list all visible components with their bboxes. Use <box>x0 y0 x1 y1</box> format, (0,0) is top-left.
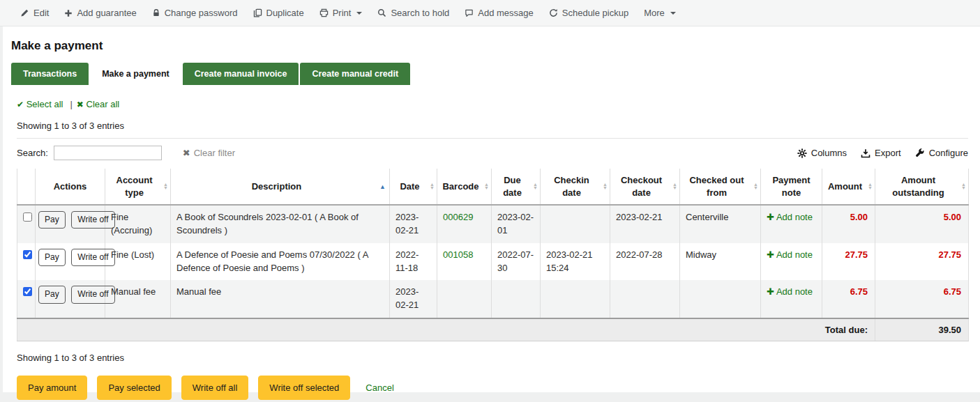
account-tabs: Transactions Make a payment Create manua… <box>11 63 969 85</box>
write-off-button[interactable]: Write off <box>71 211 114 229</box>
table-row: Pay Write off Fine (Lost) A Defence of P… <box>17 243 969 281</box>
tab-transactions[interactable]: Transactions <box>11 63 89 85</box>
print-button[interactable]: Print <box>312 0 370 26</box>
add-guarantee-label: Add guarantee <box>77 8 136 18</box>
sort-asc-icon: ▲ <box>379 182 386 190</box>
barcode-cell: 001058 <box>437 243 492 281</box>
total-due-label: Total due: <box>17 318 875 341</box>
col-header-date[interactable]: Date▲▼ <box>390 169 437 205</box>
schedule-pickup-button[interactable]: Schedule pickup <box>541 0 636 26</box>
clear-filter-button[interactable]: ✖ Clear filter <box>183 148 235 158</box>
tab-make-a-payment[interactable]: Make a payment <box>90 63 181 85</box>
due-date-cell <box>492 280 541 318</box>
row-select-checkbox[interactable] <box>23 212 32 222</box>
col-header-payment-note: Payment note <box>761 169 822 205</box>
barcode-link[interactable]: 000629 <box>443 212 473 222</box>
print-label: Print <box>333 8 352 18</box>
more-label: More <box>644 8 665 18</box>
search-input[interactable] <box>54 146 162 160</box>
sort-icon: ▲▼ <box>603 183 608 190</box>
col-header-amount[interactable]: Amount▲▼ <box>822 169 875 205</box>
date-cell: 2022-11-18 <box>390 243 437 281</box>
checkin-date-cell: 2023-02-21 15:24 <box>541 243 610 281</box>
pay-button[interactable]: Pay <box>38 286 66 303</box>
col-header-description[interactable]: Description▲ <box>171 169 390 205</box>
export-button[interactable]: Export <box>861 148 901 158</box>
add-message-button[interactable]: Add message <box>457 0 541 26</box>
account-type-cell: Fine (Accruing) <box>105 205 171 243</box>
x-icon: ✖ <box>183 148 190 158</box>
edit-button[interactable]: Edit <box>13 0 56 26</box>
plus-icon <box>64 9 73 17</box>
plus-icon: ✚ <box>767 212 774 222</box>
pay-button[interactable]: Pay <box>38 211 66 229</box>
amount-cell: 6.75 <box>822 280 875 318</box>
row-select-checkbox[interactable] <box>23 250 32 259</box>
plus-icon: ✚ <box>767 249 774 260</box>
add-note-link[interactable]: ✚Add note <box>767 212 813 222</box>
col-header-checkin-date[interactable]: Checkin date▲▼ <box>541 169 610 205</box>
tab-create-manual-invoice[interactable]: Create manual invoice <box>183 63 299 85</box>
sort-icon: ▲▼ <box>533 183 538 190</box>
account-type-cell: Manual fee <box>105 280 171 318</box>
sort-icon: ▲▼ <box>868 183 873 190</box>
due-date-cell: 2022-07-30 <box>492 243 541 281</box>
table-row: Pay Write off Fine (Accruing) A Book of … <box>17 205 969 243</box>
cancel-link[interactable]: Cancel <box>365 382 393 393</box>
write-off-button[interactable]: Write off <box>71 286 114 303</box>
col-header-due-date[interactable]: Due date▲▼ <box>492 169 541 205</box>
add-guarantee-button[interactable]: Add guarantee <box>56 0 144 26</box>
pencil-icon <box>20 8 29 17</box>
page-title: Make a payment <box>11 39 969 53</box>
tab-create-manual-credit[interactable]: Create manual credit <box>300 63 410 85</box>
entries-info-bottom: Showing 1 to 3 of 3 entries <box>17 353 968 363</box>
sort-icon: ▲▼ <box>430 183 435 190</box>
payment-note-cell: ✚Add note <box>761 205 822 243</box>
clear-all-link[interactable]: ✖ Clear all <box>77 99 119 109</box>
select-all-link[interactable]: ✔ Select all <box>17 99 63 109</box>
write-off-all-button[interactable]: Write off all <box>181 376 249 400</box>
col-header-checked-out-from[interactable]: Checked out from▲▼ <box>680 169 761 205</box>
col-header-select <box>17 169 36 205</box>
total-due-value: 39.50 <box>875 318 969 341</box>
table-tools: Columns Export Configure <box>797 148 968 158</box>
write-off-button[interactable]: Write off <box>71 249 114 266</box>
plus-icon: ✚ <box>767 286 774 297</box>
sort-icon: ▲▼ <box>672 183 677 190</box>
search-label: Search: <box>17 148 48 158</box>
description-cell: Manual fee <box>171 280 390 318</box>
caret-down-icon <box>356 12 362 15</box>
row-select-checkbox[interactable] <box>23 287 32 296</box>
entries-info-top: Showing 1 to 3 of 3 entries <box>17 121 969 131</box>
amount-cell: 27.75 <box>822 243 875 281</box>
pay-amount-button[interactable]: Pay amount <box>17 376 87 400</box>
duplicate-button[interactable]: Duplicate <box>246 0 312 26</box>
checked-out-from-cell <box>680 280 761 318</box>
col-header-checkout-date[interactable]: Checkout date▲▼ <box>610 169 680 205</box>
payment-actions: Pay amount Pay selected Write off all Wr… <box>17 376 969 400</box>
columns-button[interactable]: Columns <box>797 148 847 158</box>
datatable-area: Search: ✖ Clear filter Columns <box>17 138 968 363</box>
edit-label: Edit <box>33 8 49 18</box>
date-cell: 2023-02-21 <box>390 280 437 318</box>
add-note-link[interactable]: ✚Add note <box>767 286 813 297</box>
pay-selected-button[interactable]: Pay selected <box>97 376 171 400</box>
col-header-amount-outstanding[interactable]: Amount outstanding▲▼ <box>875 169 969 205</box>
search-to-hold-button[interactable]: Search to hold <box>370 0 457 26</box>
col-header-barcode[interactable]: Barcode▲▼ <box>437 169 492 205</box>
col-header-account-type[interactable]: Account type▲▼ <box>105 169 171 205</box>
checked-out-from-cell: Centerville <box>680 205 761 243</box>
write-off-selected-button[interactable]: Write off selected <box>258 376 350 400</box>
link-separator: | <box>70 99 72 109</box>
amount-outstanding-cell: 5.00 <box>875 205 969 243</box>
barcode-link[interactable]: 001058 <box>443 249 473 260</box>
more-button[interactable]: More <box>636 0 684 26</box>
change-password-button[interactable]: Change password <box>144 0 246 26</box>
total-row: Total due: 39.50 <box>17 318 969 341</box>
lock-icon <box>152 8 160 17</box>
configure-button[interactable]: Configure <box>915 148 968 158</box>
pay-button[interactable]: Pay <box>38 249 66 266</box>
gear-icon <box>797 148 807 158</box>
checkout-date-cell: 2023-02-21 <box>610 205 680 243</box>
add-note-link[interactable]: ✚Add note <box>767 249 813 260</box>
